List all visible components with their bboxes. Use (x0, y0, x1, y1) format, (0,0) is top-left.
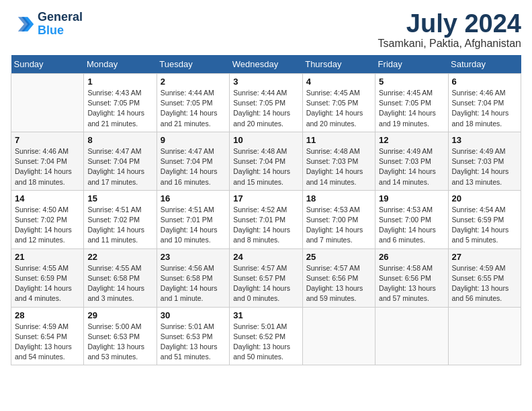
day-number: 8 (87, 135, 152, 145)
calendar-cell: 1Sunrise: 4:43 AMSunset: 7:05 PMDaylight… (84, 74, 157, 132)
day-info: Sunrise: 4:44 AMSunset: 7:05 PMDaylight:… (233, 88, 298, 129)
page-header: General Blue July 2024 Tsamkani, Paktia,… (11, 11, 521, 50)
day-info: Sunrise: 4:59 AMSunset: 6:54 PMDaylight:… (15, 322, 80, 363)
calendar-title: July 2024 (378, 11, 521, 36)
day-number: 13 (452, 135, 517, 145)
day-number: 5 (379, 77, 444, 87)
day-number: 12 (379, 135, 444, 145)
calendar-cell: 6Sunrise: 4:46 AMSunset: 7:04 PMDaylight… (448, 74, 521, 132)
day-number: 20 (452, 193, 517, 203)
calendar-cell: 25Sunrise: 4:57 AMSunset: 6:56 PMDayligh… (302, 248, 375, 307)
day-number: 2 (161, 77, 226, 87)
day-number: 24 (233, 252, 298, 262)
calendar-cell: 3Sunrise: 4:44 AMSunset: 7:05 PMDaylight… (230, 74, 302, 132)
day-number: 7 (15, 135, 80, 145)
logo: General Blue (11, 11, 83, 38)
calendar-cell: 18Sunrise: 4:53 AMSunset: 7:00 PMDayligh… (302, 190, 375, 248)
calendar-cell: 20Sunrise: 4:54 AMSunset: 6:59 PMDayligh… (448, 190, 521, 248)
day-number: 4 (306, 77, 371, 87)
day-info: Sunrise: 4:58 AMSunset: 6:56 PMDaylight:… (379, 263, 444, 304)
day-info: Sunrise: 4:51 AMSunset: 7:02 PMDaylight:… (87, 205, 152, 246)
day-info: Sunrise: 4:49 AMSunset: 7:03 PMDaylight:… (452, 146, 517, 187)
logo-icon (11, 12, 35, 36)
day-number: 14 (15, 193, 80, 203)
day-info: Sunrise: 4:48 AMSunset: 7:04 PMDaylight:… (233, 146, 298, 187)
day-info: Sunrise: 4:44 AMSunset: 7:05 PMDaylight:… (161, 88, 226, 129)
calendar-cell: 28Sunrise: 4:59 AMSunset: 6:54 PMDayligh… (11, 307, 84, 365)
calendar-cell: 8Sunrise: 4:47 AMSunset: 7:04 PMDaylight… (84, 132, 157, 190)
weekday-thursday: Thursday (302, 55, 375, 74)
day-info: Sunrise: 4:47 AMSunset: 7:04 PMDaylight:… (87, 146, 152, 187)
calendar-cell: 19Sunrise: 4:53 AMSunset: 7:00 PMDayligh… (375, 190, 448, 248)
day-number: 29 (87, 310, 152, 320)
day-info: Sunrise: 4:46 AMSunset: 7:04 PMDaylight:… (452, 88, 517, 129)
day-info: Sunrise: 4:45 AMSunset: 7:05 PMDaylight:… (379, 88, 444, 129)
calendar-cell: 22Sunrise: 4:55 AMSunset: 6:58 PMDayligh… (84, 248, 157, 307)
day-number: 18 (306, 193, 371, 203)
calendar-cell: 24Sunrise: 4:57 AMSunset: 6:57 PMDayligh… (230, 248, 302, 307)
day-info: Sunrise: 4:54 AMSunset: 6:59 PMDaylight:… (452, 205, 517, 246)
day-info: Sunrise: 4:52 AMSunset: 7:01 PMDaylight:… (233, 205, 298, 246)
calendar-cell: 26Sunrise: 4:58 AMSunset: 6:56 PMDayligh… (375, 248, 448, 307)
calendar-cell: 31Sunrise: 5:01 AMSunset: 6:52 PMDayligh… (230, 307, 302, 365)
day-info: Sunrise: 4:53 AMSunset: 7:00 PMDaylight:… (379, 205, 444, 246)
calendar-cell (375, 307, 448, 365)
day-number: 9 (161, 135, 226, 145)
calendar-cell: 30Sunrise: 5:01 AMSunset: 6:53 PMDayligh… (157, 307, 229, 365)
day-number: 26 (379, 252, 444, 262)
calendar-cell: 11Sunrise: 4:48 AMSunset: 7:03 PMDayligh… (302, 132, 375, 190)
calendar-week-5: 28Sunrise: 4:59 AMSunset: 6:54 PMDayligh… (11, 307, 521, 365)
calendar-cell: 23Sunrise: 4:56 AMSunset: 6:58 PMDayligh… (157, 248, 229, 307)
weekday-sunday: Sunday (11, 55, 84, 74)
day-number: 21 (15, 252, 80, 262)
day-number: 6 (452, 77, 517, 87)
calendar-cell: 4Sunrise: 4:45 AMSunset: 7:05 PMDaylight… (302, 74, 375, 132)
logo-text: General Blue (38, 11, 83, 38)
day-number: 31 (233, 310, 298, 320)
day-number: 1 (87, 77, 152, 87)
day-number: 30 (161, 310, 226, 320)
calendar-cell: 16Sunrise: 4:51 AMSunset: 7:01 PMDayligh… (157, 190, 229, 248)
day-info: Sunrise: 5:01 AMSunset: 6:53 PMDaylight:… (161, 322, 226, 363)
day-number: 17 (233, 193, 298, 203)
weekday-saturday: Saturday (448, 55, 521, 74)
day-number: 3 (233, 77, 298, 87)
calendar-table: SundayMondayTuesdayWednesdayThursdayFrid… (11, 55, 521, 365)
day-info: Sunrise: 4:55 AMSunset: 6:59 PMDaylight:… (15, 263, 80, 304)
weekday-friday: Friday (375, 55, 448, 74)
day-number: 15 (87, 193, 152, 203)
day-info: Sunrise: 4:43 AMSunset: 7:05 PMDaylight:… (87, 88, 152, 129)
day-number: 16 (161, 193, 226, 203)
day-info: Sunrise: 4:46 AMSunset: 7:04 PMDaylight:… (15, 146, 80, 187)
calendar-cell: 10Sunrise: 4:48 AMSunset: 7:04 PMDayligh… (230, 132, 302, 190)
day-info: Sunrise: 4:57 AMSunset: 6:56 PMDaylight:… (306, 263, 371, 304)
day-info: Sunrise: 4:53 AMSunset: 7:00 PMDaylight:… (306, 205, 371, 246)
weekday-wednesday: Wednesday (230, 55, 302, 74)
day-number: 27 (452, 252, 517, 262)
calendar-cell: 27Sunrise: 4:59 AMSunset: 6:55 PMDayligh… (448, 248, 521, 307)
calendar-cell (302, 307, 375, 365)
day-number: 11 (306, 135, 371, 145)
calendar-cell: 13Sunrise: 4:49 AMSunset: 7:03 PMDayligh… (448, 132, 521, 190)
day-info: Sunrise: 4:49 AMSunset: 7:03 PMDaylight:… (379, 146, 444, 187)
calendar-cell: 14Sunrise: 4:50 AMSunset: 7:02 PMDayligh… (11, 190, 84, 248)
calendar-cell (11, 74, 84, 132)
day-info: Sunrise: 4:51 AMSunset: 7:01 PMDaylight:… (161, 205, 226, 246)
day-info: Sunrise: 4:59 AMSunset: 6:55 PMDaylight:… (452, 263, 517, 304)
day-info: Sunrise: 4:56 AMSunset: 6:58 PMDaylight:… (161, 263, 226, 304)
calendar-cell: 2Sunrise: 4:44 AMSunset: 7:05 PMDaylight… (157, 74, 229, 132)
calendar-cell: 29Sunrise: 5:00 AMSunset: 6:53 PMDayligh… (84, 307, 157, 365)
day-number: 19 (379, 193, 444, 203)
calendar-cell: 21Sunrise: 4:55 AMSunset: 6:59 PMDayligh… (11, 248, 84, 307)
day-info: Sunrise: 4:47 AMSunset: 7:04 PMDaylight:… (161, 146, 226, 187)
day-number: 23 (161, 252, 226, 262)
calendar-subtitle: Tsamkani, Paktia, Afghanistan (378, 38, 521, 50)
day-number: 28 (15, 310, 80, 320)
day-info: Sunrise: 4:57 AMSunset: 6:57 PMDaylight:… (233, 263, 298, 304)
calendar-cell: 9Sunrise: 4:47 AMSunset: 7:04 PMDaylight… (157, 132, 229, 190)
calendar-cell (448, 307, 521, 365)
day-number: 10 (233, 135, 298, 145)
weekday-monday: Monday (84, 55, 157, 74)
title-block: July 2024 Tsamkani, Paktia, Afghanistan (378, 11, 521, 50)
calendar-week-4: 21Sunrise: 4:55 AMSunset: 6:59 PMDayligh… (11, 248, 521, 307)
